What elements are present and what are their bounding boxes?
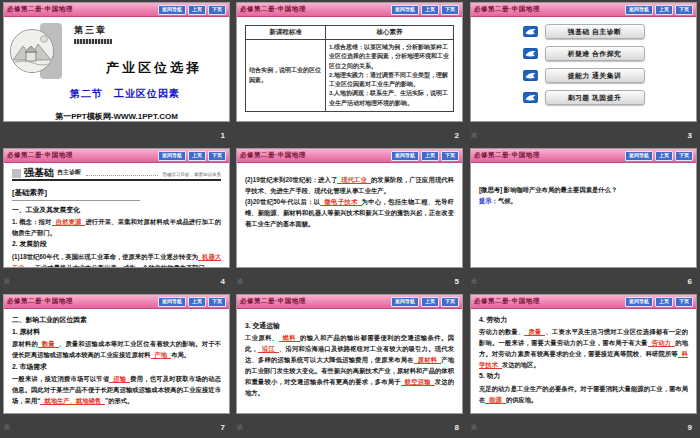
paragraph: (3)20世纪50年代以后：以微电子技术为中心，包括生物工程、光导纤维、新能源、… bbox=[245, 196, 454, 229]
slide-2[interactable]: 必修第二册·中国地理 返回导航 上页 下页 新课程标准 核心素养 结合实例，说明… bbox=[236, 2, 463, 122]
slide-4[interactable]: 必修第二册·中国地理 返回导航 上页 下页 强基础 自主诊断 明确学习目标，掌握… bbox=[3, 148, 230, 268]
menu-item[interactable]: 析疑难 合作探究 bbox=[523, 46, 645, 61]
nav-prev-button[interactable]: 上页 bbox=[421, 297, 439, 307]
competency-item: 1.综合思维：以某区域为例，分析影响某种工业区位选择的主要因素，分析地理环境和工… bbox=[329, 43, 450, 71]
menu-item[interactable]: 提能力 通关集训 bbox=[523, 68, 645, 83]
slide-7-body: 二、影响工业的区位因素 1. 原材料 原材料的数量、质量和运输成本等对工业区位有… bbox=[4, 309, 229, 414]
micro-think-question: [微思考] 影响咖啡产业布局的最主要因素是什么？ bbox=[479, 184, 688, 195]
watermark-glyph: 洽 bbox=[4, 423, 10, 432]
slide-4-body: 强基础 自主诊断 明确学习目标，掌握知识体系 [基础素养] 一、工业及其发展变化… bbox=[4, 163, 229, 268]
nav-prev-button[interactable]: 上页 bbox=[188, 151, 206, 161]
paragraph: 原材料的数量、质量和运输成本等对工业区位有着较大的影响。对于不便长距离运输或运输… bbox=[12, 338, 221, 360]
page-number: 6 bbox=[688, 277, 692, 286]
nav-prev-button[interactable]: 上页 bbox=[655, 151, 673, 161]
header-course-title: 必修第二册·中国地理 bbox=[474, 151, 623, 160]
section-note: 明确学习目标，掌握知识体系 bbox=[163, 172, 222, 178]
tag-underline bbox=[12, 199, 140, 201]
nav-next-button[interactable]: 下页 bbox=[208, 5, 226, 15]
nav-next-button[interactable]: 下页 bbox=[441, 297, 459, 307]
dotted-leader-line bbox=[86, 170, 158, 176]
slide-6[interactable]: 必修第二册·中国地理 返回导航 上页 下页 [微思考] 影响咖啡产业布局的最主要… bbox=[470, 148, 697, 268]
heading: 一、工业及其发展变化 bbox=[12, 204, 221, 216]
nav-next-button[interactable]: 下页 bbox=[441, 5, 459, 15]
slide-9[interactable]: 必修第二册·中国地理 返回导航 上页 下页 4. 劳动力 劳动力的数量、质量、工… bbox=[470, 294, 697, 414]
nav-next-button[interactable]: 下页 bbox=[675, 151, 693, 161]
slide-header-bar: 必修第二册·中国地理 返回导航 上页 下页 bbox=[4, 295, 229, 309]
watermark-glyph: 洽 bbox=[237, 423, 243, 432]
slide-9-body: 4. 劳动力 劳动力的数量、质量、工资水平及生活习惯对工业区位选择都有一定的影响… bbox=[471, 309, 696, 414]
nav-back-button[interactable]: 返回导航 bbox=[391, 297, 419, 307]
nav-prev-button[interactable]: 上页 bbox=[655, 5, 673, 15]
slide-cell-5: 必修第二册·中国地理 返回导航 上页 下页 (2)19世纪末到20世纪初：进入了… bbox=[233, 146, 467, 292]
nav-next-button[interactable]: 下页 bbox=[675, 5, 693, 15]
slide-header-bar: 必修第二册·中国地理 返回导航 上页 下页 bbox=[237, 295, 462, 309]
template-site-credit: 第一PPT模板网-WWW.1PPT.COM bbox=[4, 111, 229, 122]
ribbon-icon bbox=[523, 26, 538, 37]
slide-7[interactable]: 必修第二册·中国地理 返回导航 上页 下页 二、影响工业的区位因素 1. 原材料… bbox=[3, 294, 230, 414]
nav-next-button[interactable]: 下页 bbox=[675, 297, 693, 307]
slide-header-bar: 必修第二册·中国地理 返回导航 上页 下页 bbox=[237, 3, 462, 17]
heading: 2. 市场需求 bbox=[12, 361, 221, 373]
header-course-title: 必修第二册·中国地理 bbox=[7, 297, 156, 306]
paragraph: 一般来讲，接近消费市场可以节省运输费用，也可及时获取市场的动态信息。因此对于某些… bbox=[12, 373, 221, 406]
header-course-title: 必修第二册·中国地理 bbox=[474, 5, 623, 14]
section-subtitle: 自主诊断 bbox=[57, 168, 81, 178]
page-number: 5 bbox=[455, 277, 459, 286]
menu-button[interactable]: 刷习题 巩固提升 bbox=[545, 90, 645, 105]
heading: 二、影响工业的区位因素 bbox=[12, 314, 221, 326]
slide-cell-8: 必修第二册·中国地理 返回导航 上页 下页 3. 交通运输 工业原料、燃料的输入… bbox=[233, 292, 467, 438]
nav-back-button[interactable]: 返回导航 bbox=[158, 297, 186, 307]
page-number: 2 bbox=[455, 131, 459, 140]
heading: 4. 劳动力 bbox=[479, 314, 688, 326]
cover-subtitle: 第二节 工业区位因素 bbox=[70, 87, 180, 101]
slide-1[interactable]: 必修第二册·中国地理 返回导航 上页 下页 第三章 bbox=[3, 2, 230, 122]
nav-back-button[interactable]: 返回导航 bbox=[391, 5, 419, 15]
nav-back-button[interactable]: 返回导航 bbox=[158, 5, 186, 15]
header-course-title: 必修第二册·中国地理 bbox=[240, 151, 389, 160]
watermark-glyph: 洽 bbox=[471, 131, 477, 140]
menu-button[interactable]: 提能力 通关集训 bbox=[545, 68, 645, 83]
slide-cell-7: 必修第二册·中国地理 返回导航 上页 下页 二、影响工业的区位因素 1. 原材料… bbox=[0, 292, 233, 438]
paragraph: 1. 概念：指对自然资源进行开采、采集和对原材料或半成品进行加工的物质生产部门。 bbox=[12, 216, 221, 238]
micro-think-answer: 提示：气候。 bbox=[479, 195, 688, 206]
nav-next-button[interactable]: 下页 bbox=[441, 151, 459, 161]
nav-next-button[interactable]: 下页 bbox=[208, 151, 226, 161]
header-course-title: 必修第二册·中国地理 bbox=[474, 297, 623, 306]
nav-next-button[interactable]: 下页 bbox=[208, 297, 226, 307]
nav-prev-button[interactable]: 上页 bbox=[188, 297, 206, 307]
nav-back-button[interactable]: 返回导航 bbox=[391, 151, 419, 161]
heading: 3. 交通运输 bbox=[245, 320, 454, 332]
slide-header-bar: 必修第二册·中国地理 返回导航 上页 下页 bbox=[4, 149, 229, 163]
slide-8[interactable]: 必修第二册·中国地理 返回导航 上页 下页 3. 交通运输 工业原料、燃料的输入… bbox=[236, 294, 463, 414]
ribbon-icon bbox=[523, 48, 538, 59]
watermark-glyph: 洽 bbox=[471, 277, 477, 286]
page-number: 4 bbox=[221, 277, 225, 286]
nav-prev-button[interactable]: 上页 bbox=[188, 5, 206, 15]
menu-button[interactable]: 析疑难 合作探究 bbox=[545, 46, 645, 61]
nav-prev-button[interactable]: 上页 bbox=[655, 297, 673, 307]
nav-back-button[interactable]: 返回导航 bbox=[625, 297, 653, 307]
competency-item: 2.地理实践力：通过调查不同工业类型，理解工业区位因素对工业生产的影响。 bbox=[329, 71, 450, 90]
section-block-decoration bbox=[12, 169, 21, 178]
nav-back-button[interactable]: 返回导航 bbox=[158, 151, 186, 161]
page-number: 3 bbox=[688, 131, 692, 140]
slide-cell-4: 必修第二册·中国地理 返回导航 上页 下页 强基础 自主诊断 明确学习目标，掌握… bbox=[0, 146, 233, 292]
table-row: 结合实例，说明工业的区位因素。 1.综合思维：以某区域为例，分析影响某种工业区位… bbox=[246, 40, 454, 112]
header-course-title: 必修第二册·中国地理 bbox=[7, 5, 156, 14]
slide-3[interactable]: 必修第二册·中国地理 返回导航 上页 下页 强基础 自主诊断 析疑难 合作探究 … bbox=[470, 2, 697, 122]
cell-competencies: 1.综合思维：以某区域为例，分析影响某种工业区位选择的主要因素，分析地理环境和工… bbox=[326, 40, 454, 112]
col-header-competency: 核心素养 bbox=[326, 26, 454, 40]
nav-back-button[interactable]: 返回导航 bbox=[625, 5, 653, 15]
nav-prev-button[interactable]: 上页 bbox=[421, 151, 439, 161]
heading: 2. 发展阶段 bbox=[12, 238, 221, 250]
menu-item[interactable]: 刷习题 巩固提升 bbox=[523, 90, 645, 105]
slide-8-body: 3. 交通运输 工业原料、燃料的输入和产品的输出都需要便利的交通运输条件。因此，… bbox=[237, 309, 462, 414]
menu-item[interactable]: 强基础 自主诊断 bbox=[523, 24, 645, 39]
ribbon-icon bbox=[523, 92, 538, 103]
section-title: 强基础 bbox=[24, 168, 54, 178]
slide-5[interactable]: 必修第二册·中国地理 返回导航 上页 下页 (2)19世纪末到20世纪初：进入了… bbox=[236, 148, 463, 268]
nav-back-button[interactable]: 返回导航 bbox=[625, 151, 653, 161]
paragraph: (1)18世纪60年代，英国出现工业革命，使原来的手工业逐步转变为机器大工业，工… bbox=[12, 251, 221, 269]
menu-button[interactable]: 强基础 自主诊断 bbox=[545, 24, 645, 39]
nav-prev-button[interactable]: 上页 bbox=[421, 5, 439, 15]
